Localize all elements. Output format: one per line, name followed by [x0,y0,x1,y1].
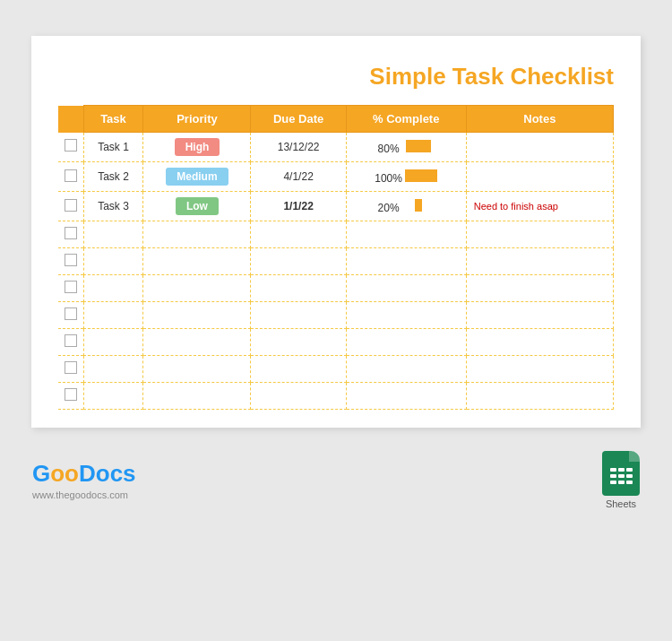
checkbox[interactable] [65,388,77,401]
percent-complete-cell: 20% [346,192,466,221]
empty-cell [143,275,251,302]
sheets-cell [626,481,633,484]
priority-badge: Medium [166,168,228,186]
notes-cell [466,162,613,192]
empty-cell [466,248,613,275]
empty-cell [466,356,613,383]
sheets-icon [602,451,640,496]
table-row: Task 3Low1/1/2220% Need to finish asap [58,192,614,221]
checkbox[interactable] [65,227,77,239]
empty-cell [466,275,613,302]
sheets-cell [618,468,625,472]
main-page: Simple Task Checklist Task Priority Due … [31,36,641,428]
empty-cell [143,383,251,410]
table-row: Task 2Medium4/1/22100% [58,162,614,192]
row-checkbox-cell [58,192,83,221]
checkbox[interactable] [65,334,77,347]
empty-cell [346,221,466,248]
progress-fill [406,140,432,152]
checkbox[interactable] [65,199,77,212]
page-title: Simple Task Checklist [58,63,614,91]
checkbox[interactable] [65,281,77,293]
sheets-cell [626,474,633,478]
checkbox[interactable] [65,361,77,374]
empty-cell [83,248,143,275]
row-checkbox-cell [58,329,83,356]
empty-cell [83,383,143,410]
progress-bar [405,169,437,182]
empty-cell [466,329,613,356]
progress-fill [415,199,421,212]
checkbox[interactable] [65,169,77,182]
row-checkbox-cell [58,356,83,383]
empty-cell [346,302,466,329]
empty-cell [251,329,346,356]
col-header-priority: Priority [143,106,251,133]
empty-cell [466,302,613,329]
col-header-checkbox [58,106,83,133]
col-header-duedate: Due Date [251,106,346,133]
task-name-cell: Task 3 [83,192,143,221]
sheets-row-2 [610,474,633,478]
sheets-badge: Sheets [602,451,640,509]
notes-cell [466,133,613,162]
empty-cell [143,329,251,356]
percent-text: 80% [378,143,402,155]
table-row-empty [58,383,614,410]
sheets-grid [610,468,633,484]
empty-cell [251,275,346,302]
empty-cell [83,302,143,329]
checkbox[interactable] [65,139,77,152]
due-date-cell: 1/1/22 [251,192,346,221]
percent-complete-cell: 100% [346,162,466,192]
row-checkbox-cell [58,248,83,275]
col-header-notes: Notes [466,106,613,133]
brand-section: GooDocs www.thegoodocs.com [32,460,136,500]
sheets-cell [618,481,625,484]
sheets-cell [618,474,625,478]
checkbox[interactable] [65,254,77,266]
sheets-cell [610,468,616,472]
col-header-task: Task [83,106,143,133]
sheets-row-1 [610,468,633,472]
table-row: Task 1High13/12/2280% [58,133,614,162]
col-header-complete: % Complete [346,106,466,133]
priority-badge: High [175,138,220,156]
progress-bar [402,140,435,152]
row-checkbox-cell [58,221,83,248]
footer: GooDocs www.thegoodocs.com [0,435,672,509]
due-date-cell: 13/12/22 [251,133,346,162]
table-row-empty [58,356,614,383]
task-name-cell: Task 1 [83,133,143,162]
sheets-row-3 [610,481,633,484]
row-checkbox-cell [58,133,83,162]
sheets-label: Sheets [606,498,636,509]
table-row-empty [58,275,614,302]
priority-badge: Low [176,197,219,215]
empty-cell [143,356,251,383]
checklist-table: Task Priority Due Date % Complete Notes … [58,105,614,410]
sheets-cell [626,468,633,472]
progress-fill [405,169,437,182]
empty-cell [83,221,143,248]
progress-bar [402,199,435,212]
priority-cell: Low [143,192,251,221]
empty-cell [251,221,346,248]
brand-url: www.thegoodocs.com [32,489,136,500]
empty-cell [251,356,346,383]
empty-cell [466,221,613,248]
row-checkbox-cell [58,383,83,410]
empty-cell [143,248,251,275]
table-row-empty [58,221,614,248]
row-checkbox-cell [58,275,83,302]
priority-cell: Medium [143,162,251,192]
brand-oo: oo [50,460,79,487]
percent-complete-cell: 80% [346,133,466,162]
empty-cell [346,329,466,356]
empty-cell [346,356,466,383]
percent-text: 20% [378,202,402,214]
brand-logo: GooDocs [32,460,136,488]
empty-cell [83,275,143,302]
sheets-cell [610,481,616,484]
checkbox[interactable] [65,308,77,320]
